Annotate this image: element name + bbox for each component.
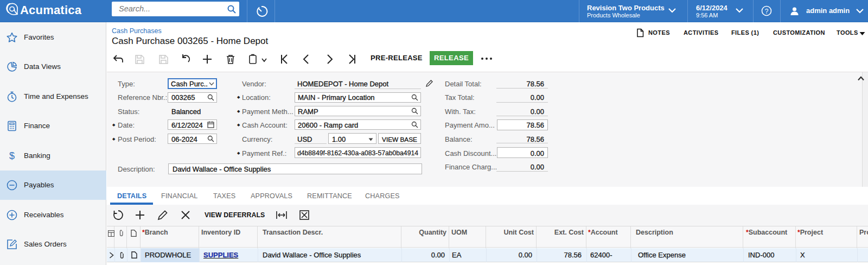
- svg-text:$: $: [9, 150, 15, 161]
- svg-text:?: ?: [765, 8, 769, 15]
